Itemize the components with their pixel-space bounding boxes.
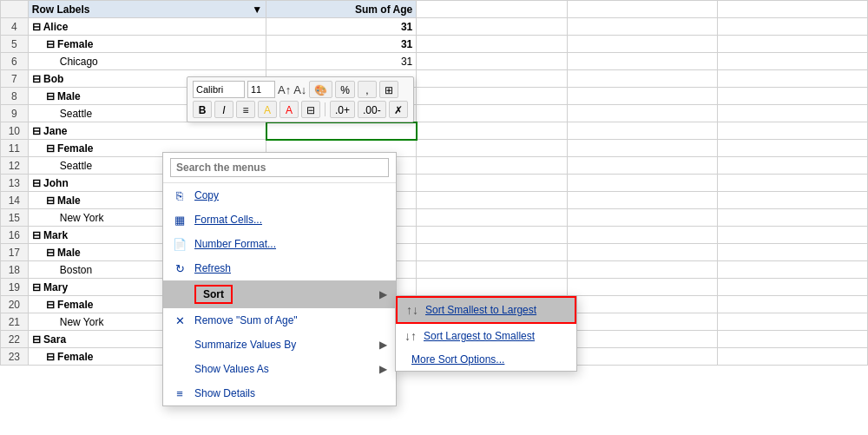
row-label-cell[interactable]: Chicago	[28, 53, 266, 70]
empty-cell	[717, 175, 867, 192]
font-size-input[interactable]	[247, 81, 275, 98]
sort-largest-to-smallest[interactable]: ↓↑ Sort Largest to Smallest	[396, 324, 576, 348]
empty-cell	[417, 157, 567, 175]
ctx-item-show-values[interactable]: Show Values As ▶	[163, 357, 396, 381]
sort-more-options[interactable]: More Sort Options...	[396, 348, 576, 371]
empty-cell	[717, 122, 867, 140]
table-row: 16⊟ Mark	[1, 227, 868, 244]
ctx-refresh-label: Refresh	[194, 262, 387, 274]
empty-cell	[717, 331, 867, 348]
ctx-item-remove[interactable]: ✕ Remove "Sum of Age"	[163, 308, 396, 333]
spreadsheet-grid: Row Labels ▼ Sum of Age 4⊟ Alice315⊟ Fem…	[0, 0, 868, 435]
row-value-cell[interactable]: 31	[266, 18, 417, 36]
empty-cell	[717, 53, 867, 70]
ctx-format-cells-label: Format Cells...	[194, 214, 387, 226]
row-label-cell[interactable]: ⊟ Female	[28, 36, 266, 53]
empty-cell	[417, 227, 567, 244]
row-number: 11	[1, 140, 29, 157]
row-value-cell[interactable]	[266, 122, 417, 140]
bold-btn[interactable]: B	[193, 101, 212, 118]
row-num-header	[1, 1, 29, 18]
row-value-cell[interactable]: 31	[266, 53, 417, 70]
conditional-format-btn[interactable]: 🎨	[309, 81, 332, 98]
percent-btn[interactable]: %	[335, 81, 355, 98]
number-format-icon: 📄	[172, 236, 187, 252]
row-number: 15	[1, 209, 29, 227]
ctx-item-refresh[interactable]: ↻ Refresh	[163, 256, 396, 280]
ctx-show-values-label: Show Values As	[194, 363, 372, 375]
ctx-item-format-cells[interactable]: ▦ Format Cells...	[163, 208, 396, 232]
ctx-item-summarize[interactable]: Summarize Values By ▶	[163, 333, 396, 357]
format-cells-icon: ▦	[172, 212, 187, 227]
fill-color-btn[interactable]: A	[258, 101, 277, 118]
empty-cell	[717, 209, 867, 227]
font-name-input[interactable]	[193, 81, 245, 98]
empty-cell	[417, 209, 567, 227]
border-btn[interactable]: ⊟	[301, 101, 320, 118]
ctx-sort-label: Sort	[194, 285, 372, 304]
empty-cell	[567, 313, 717, 331]
table-row: 19⊟ Mary	[1, 279, 868, 296]
comma-btn[interactable]: ,	[358, 81, 377, 98]
empty-cell	[417, 18, 567, 36]
row-value-cell[interactable]: 31	[266, 36, 417, 53]
table-row: 14⊟ Male	[1, 192, 868, 209]
row-number: 20	[1, 296, 29, 313]
ctx-item-sort[interactable]: Sort ▶	[163, 280, 396, 308]
mini-toolbar: A↑ A↓ 🎨 % , ⊞ B I ≡ A A ⊟ .0+ .00- ✗	[187, 76, 414, 122]
ctx-item-number-format[interactable]: 📄 Number Format...	[163, 232, 396, 256]
table-row: 4⊟ Alice31	[1, 18, 868, 36]
empty-cell	[417, 36, 567, 53]
row-number: 23	[1, 348, 29, 366]
row-label-cell[interactable]: ⊟ Alice	[28, 18, 266, 36]
empty-cell	[567, 348, 717, 366]
row-number: 5	[1, 36, 29, 53]
sort-more-label: More Sort Options...	[411, 353, 504, 366]
empty-cell	[717, 296, 867, 313]
empty-cell	[717, 105, 867, 122]
empty-cell	[417, 192, 567, 209]
row-number: 9	[1, 105, 29, 122]
empty-cell	[567, 331, 717, 348]
empty-cell	[417, 70, 567, 88]
table-row: 11⊟ Female	[1, 140, 868, 157]
copy-icon: ⎘	[172, 188, 187, 203]
col-header-row-labels[interactable]: Row Labels ▼	[28, 1, 266, 18]
ctx-item-show-details[interactable]: ≡ Show Details	[163, 381, 396, 405]
italic-btn[interactable]: I	[214, 101, 233, 118]
empty-cell	[567, 53, 717, 70]
empty-cell	[417, 122, 567, 140]
increase-decimal-btn[interactable]: .0+	[330, 101, 355, 118]
font-grow-icon[interactable]: A↑	[278, 83, 291, 96]
sort-smallest-to-largest[interactable]: ↑↓ Sort Smallest to Largest	[396, 296, 576, 324]
col-header-sum-of-age[interactable]: Sum of Age	[266, 1, 417, 18]
empty-cell	[567, 88, 717, 105]
empty-cell	[417, 53, 567, 70]
empty-cell	[717, 192, 867, 209]
empty-cell	[717, 70, 867, 88]
table-icon-btn[interactable]: ⊞	[379, 81, 398, 98]
font-shrink-icon[interactable]: A↓	[293, 83, 306, 96]
empty-cell	[567, 279, 717, 296]
empty-cell	[717, 261, 867, 279]
empty-cell	[717, 88, 867, 105]
summarize-submenu-arrow: ▶	[379, 339, 387, 351]
row-label-cell[interactable]: ⊟ Jane	[28, 122, 266, 140]
ctx-search-input[interactable]	[170, 158, 389, 177]
empty-cell	[417, 279, 567, 296]
empty-cell	[567, 175, 717, 192]
empty-cell	[417, 105, 567, 122]
ctx-item-copy[interactable]: ⎘ Copy	[163, 183, 396, 208]
empty-cell	[717, 313, 867, 331]
empty-cell	[717, 36, 867, 53]
decrease-decimal-btn[interactable]: .00-	[358, 101, 386, 118]
show-values-submenu-arrow: ▶	[379, 363, 387, 375]
align-btn[interactable]: ≡	[236, 101, 255, 118]
empty-cell	[567, 157, 717, 175]
table-row: 13⊟ John	[1, 175, 868, 192]
row-number: 4	[1, 18, 29, 36]
clear-btn[interactable]: ✗	[389, 101, 408, 118]
empty-cell	[567, 122, 717, 140]
font-color-btn[interactable]: A	[279, 101, 299, 118]
table-row: 9Seattle45	[1, 105, 868, 122]
